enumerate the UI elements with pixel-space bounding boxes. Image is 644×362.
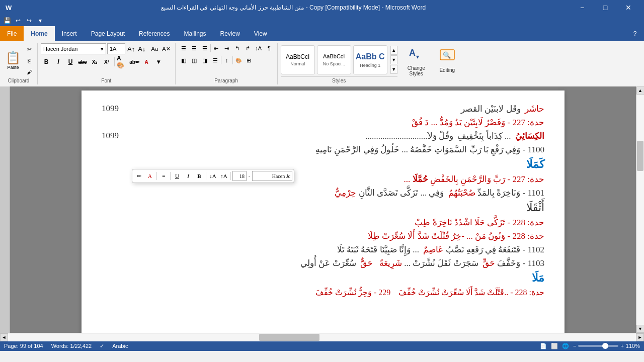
ltr-button[interactable]: ↱ [243, 43, 253, 53]
maximize-button[interactable]: □ [594, 0, 617, 15]
tab-references[interactable]: References [132, 26, 177, 41]
style-heading1[interactable]: AaBb C Heading 1 [353, 45, 387, 74]
text-effect-button[interactable]: A🎨 [117, 56, 128, 67]
tab-file[interactable]: File [0, 26, 24, 41]
zoom-in-button[interactable]: + [620, 343, 623, 349]
clear-formatting-button[interactable]: A✕ [160, 44, 172, 54]
font-shrink-button[interactable]: A↓ [137, 45, 146, 53]
style-no-spacing[interactable]: AaBbCcI No Spaci... [317, 45, 351, 74]
tab-page-layout[interactable]: Page Layout [84, 26, 132, 41]
format-painter-button[interactable]: 🖌 [24, 67, 34, 77]
close-button[interactable]: ✕ [617, 0, 640, 15]
styles-scroll-down[interactable]: ▼ [390, 55, 397, 64]
shading-button[interactable]: 🎨 [233, 55, 244, 65]
mini-font-name[interactable]: Hacen Jc [252, 171, 292, 181]
underline-button[interactable]: U [65, 56, 76, 67]
increase-indent-button[interactable]: ⇥ [222, 43, 232, 53]
font-color-button[interactable]: A [141, 56, 152, 67]
redo-button[interactable]: ↪ [24, 16, 34, 26]
tab-mailings[interactable]: Mailings [177, 26, 213, 41]
scroll-left-button[interactable]: ◄ [0, 333, 8, 341]
zoom-out-button[interactable]: − [573, 343, 576, 349]
ribbon-group-font: Hacen Jordan ▾ 1A A↑ A↓ Aa A✕ B I U abc … [38, 43, 176, 84]
cut-button[interactable]: ✂ [24, 45, 34, 55]
strikethrough-button[interactable]: abc [77, 56, 88, 67]
styles-content: AaBbCcI Normal AaBbCcI No Spaci... AaBb … [281, 43, 397, 84]
subscript-button[interactable]: X₂ [89, 56, 100, 67]
line-spacing-button[interactable]: ↕ [222, 55, 232, 65]
line-athqala: أَثْقَلَا [102, 201, 544, 214]
scroll-track[interactable] [636, 95, 644, 325]
scroll-right-button[interactable]: ► [636, 333, 644, 341]
change-styles-button[interactable]: A ▾ ChangeStyles [404, 43, 429, 77]
hirmi-text: حِرْمِيٌّ [335, 188, 356, 198]
save-button[interactable]: 💾 [2, 16, 12, 26]
h-scroll-track[interactable] [8, 333, 636, 341]
decrease-indent-button[interactable]: ⇤ [211, 43, 221, 53]
ribbon-group-paragraph: ☰ ☰ ☰ ⇤ ⇥ ↰ ↱ ↕A ¶ ◧ ◫ ◨ ☰ ↕ 🎨 ⊞ [176, 43, 278, 84]
font-name-input[interactable]: Hacen Jordan ▾ [41, 43, 106, 54]
bold-button[interactable]: B [41, 56, 52, 67]
rtl-button[interactable]: ↰ [232, 43, 243, 53]
window-controls[interactable]: − □ ✕ [571, 0, 640, 15]
multilevel-list-button[interactable]: ☰ [200, 43, 210, 53]
paste-button[interactable]: 📋 Paste [3, 46, 23, 76]
justify-button[interactable]: ☰ [210, 55, 220, 65]
document-area[interactable]: حاشَر وقَل لابنَيْن القصر 1099 حدة: 227 … [10, 86, 636, 333]
mini-highlight-button[interactable]: ✏ [134, 171, 144, 181]
line-1099a: حاشَر وقَل لابنَيْن القصر 1099 [102, 104, 544, 114]
font-size-input[interactable]: 1A [107, 43, 125, 54]
align-right-button[interactable]: ◨ [200, 55, 210, 65]
view-fullscreen-icon[interactable]: ⬜ [551, 343, 558, 349]
mini-bold-button[interactable]: B [194, 171, 204, 181]
text-highlight-button[interactable]: ab✏ [129, 56, 140, 67]
mini-grow-button[interactable]: A↑ [219, 171, 229, 181]
scroll-thumb[interactable] [637, 141, 643, 171]
superscript-button[interactable]: X² [101, 56, 112, 67]
numbering-button[interactable]: ☰ [189, 43, 199, 53]
tab-review[interactable]: Review [213, 26, 247, 41]
italic-button[interactable]: I [53, 56, 64, 67]
svg-text:🔍: 🔍 [443, 51, 451, 59]
zoom-slider[interactable] [578, 345, 618, 347]
view-print-icon[interactable]: 📄 [540, 343, 547, 349]
horizontal-scrollbar[interactable]: ◄ ► [0, 333, 644, 341]
tab-view[interactable]: View [247, 26, 274, 41]
divider [114, 57, 115, 66]
title-bar: W متن الشاطبية حرز الأماني وجه التهاني ف… [0, 0, 644, 15]
show-marks-button[interactable]: ¶ [264, 43, 274, 53]
align-left-button[interactable]: ◧ [179, 55, 189, 65]
undo-button[interactable]: ↩ [13, 16, 23, 26]
tab-insert[interactable]: Insert [55, 26, 84, 41]
ribbon-help-button[interactable]: ? [630, 29, 640, 39]
customize-qa-button[interactable]: ▾ [35, 16, 45, 26]
h-scroll-thumb[interactable] [259, 334, 319, 341]
minimize-button[interactable]: − [571, 0, 594, 15]
mini-shrink-button[interactable]: A↓ [208, 171, 218, 181]
editing-button[interactable]: 🔍 Editing [435, 43, 459, 77]
copy-button[interactable]: ⎘ [24, 56, 34, 66]
zoom-thumb[interactable] [602, 343, 608, 349]
font-grow-button[interactable]: A↑ [126, 45, 136, 53]
change-case-button[interactable]: Aa [149, 44, 159, 54]
borders-button[interactable]: ⊞ [244, 55, 254, 65]
style-normal[interactable]: AaBbCcI Normal [281, 45, 315, 74]
mini-color-button[interactable]: A [145, 171, 155, 181]
mini-font-size[interactable]: 18 [232, 171, 247, 181]
vertical-scrollbar[interactable]: ▲ ▼ [636, 86, 644, 333]
styles-scroll-up[interactable]: ▲ [390, 46, 397, 55]
mini-underline-button[interactable]: U [172, 171, 182, 181]
mini-italic-button[interactable]: I [183, 171, 193, 181]
font-color-dropdown[interactable]: ▾ [153, 56, 164, 67]
mini-align-button[interactable]: ≡ [158, 171, 169, 181]
bullets-button[interactable]: ☰ [179, 43, 189, 53]
sort-button[interactable]: ↕A [254, 43, 264, 53]
tab-home[interactable]: Home [24, 26, 54, 41]
styles-expand[interactable]: ▼ [390, 65, 397, 74]
scroll-up-button[interactable]: ▲ [636, 86, 645, 95]
mini-divider3 [170, 172, 171, 180]
view-web-icon[interactable]: 🌐 [562, 343, 569, 349]
align-center-button[interactable]: ◫ [189, 55, 199, 65]
paragraph-label: Paragraph [214, 78, 238, 84]
scroll-down-button[interactable]: ▼ [636, 325, 645, 333]
